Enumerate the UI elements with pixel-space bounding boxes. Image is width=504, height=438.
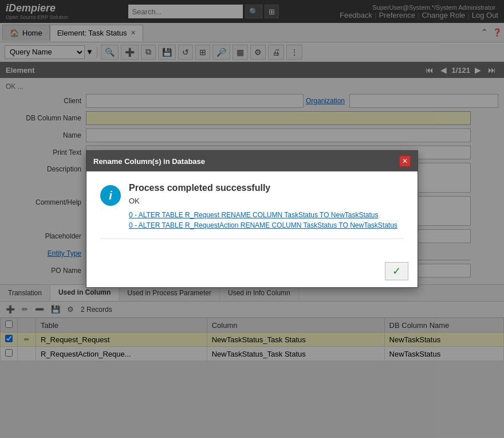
success-content: Process completed successfully OK 0 - AL… (129, 183, 404, 232)
modal-title: Rename Column(s) in Database (93, 157, 205, 166)
modal-close-button[interactable]: ✕ (399, 155, 411, 167)
modal-body: i Process completed successfully OK 0 - … (86, 171, 418, 257)
success-ok: OK (129, 197, 404, 205)
modal-footer: ✓ (86, 257, 418, 287)
success-title: Process completed successfully (129, 183, 404, 193)
modal-link-1[interactable]: 0 - ALTER TABLE R_Request RENAME COLUMN … (129, 211, 404, 219)
info-icon: i (100, 185, 121, 206)
modal-link-2[interactable]: 0 - ALTER TABLE R_RequestAction RENAME C… (129, 221, 404, 229)
modal-dialog: Rename Column(s) in Database ✕ i Process… (86, 150, 418, 288)
modal-divider (100, 238, 404, 239)
modal-success-row: i Process completed successfully OK 0 - … (100, 183, 404, 232)
modal-ok-button[interactable]: ✓ (385, 262, 408, 280)
modal-overlay: Rename Column(s) in Database ✕ i Process… (0, 0, 504, 438)
modal-header: Rename Column(s) in Database ✕ (86, 151, 418, 171)
checkmark-icon: ✓ (392, 265, 401, 277)
